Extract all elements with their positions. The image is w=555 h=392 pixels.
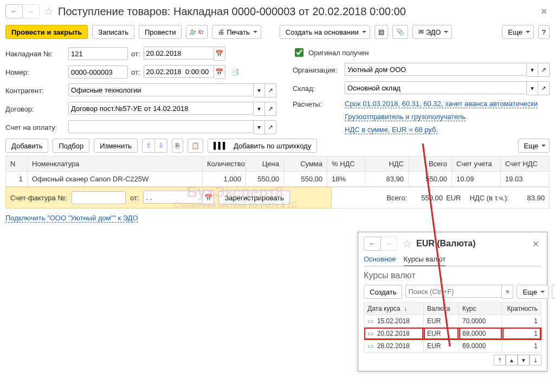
contract-open[interactable]: ↗: [265, 102, 276, 116]
grid-move-up-button[interactable]: ⇧: [142, 139, 155, 153]
rates-col-cur[interactable]: Валюта: [424, 303, 459, 315]
contract-input[interactable]: [68, 102, 254, 115]
sf-calendar-button[interactable]: 📅: [203, 191, 214, 205]
x-icon: ×: [506, 289, 509, 295]
rates-row[interactable]: ▭ 15.02.2018EUR70,00001: [364, 315, 541, 328]
post-and-close-button[interactable]: Провести и закрыть: [5, 25, 88, 39]
col-qty[interactable]: Количество: [203, 156, 246, 172]
col-n[interactable]: N: [6, 156, 28, 172]
grid-add-button[interactable]: Добавить: [5, 139, 48, 153]
paste-icon: 📋: [191, 142, 199, 149]
popup-nav-forward[interactable]: →: [381, 237, 398, 251]
col-acct[interactable]: Счет учета: [452, 156, 501, 172]
grid-add-by-barcode-button[interactable]: ▌▌▌ Добавить по штрихкоду: [208, 139, 317, 153]
rates-col-date[interactable]: Дата курса ↓: [364, 303, 424, 315]
save-button[interactable]: Записать: [92, 25, 134, 39]
page-last[interactable]: ⤓: [530, 355, 541, 365]
counterparty-open[interactable]: ↗: [265, 83, 276, 97]
col-vatpct[interactable]: % НДС: [327, 156, 365, 172]
sf-number-input[interactable]: [72, 191, 126, 204]
register-sf-button[interactable]: Зарегистрировать: [218, 191, 289, 205]
col-item[interactable]: Номенклатура: [28, 156, 203, 172]
page-down[interactable]: ▼: [518, 355, 530, 365]
post-button[interactable]: Провести: [139, 25, 182, 39]
more-button[interactable]: Еще: [502, 25, 533, 39]
counterparty-dropdown[interactable]: ▾: [254, 83, 265, 97]
open-icon: ↗: [541, 85, 546, 92]
col-sum[interactable]: Сумма: [284, 156, 327, 172]
warehouse-label: Склад:: [293, 84, 341, 93]
col-total[interactable]: Всего: [409, 156, 452, 172]
organization-dropdown[interactable]: ▾: [527, 63, 538, 77]
popup-favorite-icon[interactable]: ☆: [402, 237, 412, 250]
help-button[interactable]: ?: [538, 25, 550, 39]
edo-button[interactable]: ✉ЭДО: [412, 25, 453, 39]
popup-more-button[interactable]: Еще: [517, 285, 548, 299]
items-grid: N Номенклатура Количество Цена Сумма % Н…: [5, 156, 550, 187]
page-up[interactable]: ▲: [506, 355, 518, 365]
grid-copy-button[interactable]: ⎘: [172, 139, 183, 153]
connect-edo-link[interactable]: Подключить "ООО "Уютный дом"" к ЭДО: [5, 214, 138, 223]
grid-change-button[interactable]: Изменить: [94, 139, 138, 153]
counterparty-label: Контрагент:: [5, 87, 65, 95]
contract-dropdown[interactable]: ▾: [254, 102, 265, 116]
register-icon-button[interactable]: ▤: [375, 25, 388, 39]
calendar-button-2[interactable]: 📅: [214, 65, 225, 79]
calendar-icon: 📅: [215, 69, 223, 75]
popup-tab-main[interactable]: Основное: [364, 253, 396, 266]
print-button[interactable]: 🖨Печать: [212, 25, 261, 39]
number-label: Номер:: [5, 68, 65, 76]
popup-create-button[interactable]: Создать: [364, 285, 402, 299]
counterparty-input[interactable]: [68, 83, 254, 96]
invoice-date-input[interactable]: [144, 47, 214, 60]
settlements-label: Расчеты:: [293, 100, 341, 108]
nav-back-button[interactable]: ←: [5, 4, 23, 18]
original-received-checkbox[interactable]: [295, 48, 304, 57]
warehouse-dropdown[interactable]: ▾: [527, 81, 538, 95]
number-date-input[interactable]: [144, 65, 214, 78]
rates-col-rate[interactable]: Курс: [459, 303, 502, 315]
col-vat[interactable]: НДС: [365, 156, 409, 172]
grid-move-down-button[interactable]: ⇩: [155, 139, 167, 153]
organization-open[interactable]: ↗: [538, 63, 550, 77]
popup-search-input[interactable]: [405, 285, 502, 298]
sf-date-input[interactable]: [143, 191, 203, 204]
nav-forward-button[interactable]: →: [23, 4, 40, 18]
grid-paste-button[interactable]: 📋: [188, 139, 203, 153]
popup-search-clear[interactable]: ×: [502, 285, 513, 299]
rates-row[interactable]: ▭ 20.02.2018EUR68,00001: [364, 328, 541, 340]
popup-close-icon[interactable]: ✕: [530, 239, 541, 249]
shipper-link[interactable]: Грузоотправитель и грузополучатель: [345, 113, 466, 121]
grid-select-button[interactable]: Подбор: [53, 139, 89, 153]
payment-account-input[interactable]: [68, 120, 254, 133]
attachment-button[interactable]: 📎: [392, 25, 408, 39]
popup-nav-back[interactable]: ←: [364, 237, 381, 251]
close-icon[interactable]: ✕: [538, 6, 550, 17]
organization-input[interactable]: [345, 63, 527, 76]
col-price[interactable]: Цена: [246, 156, 284, 172]
payment-account-dropdown[interactable]: ▾: [254, 120, 265, 134]
col-vatacct[interactable]: Счет НДС: [501, 156, 550, 172]
invoice-no-input[interactable]: [68, 47, 128, 60]
arrow-down-icon: ⇩: [158, 142, 164, 149]
page-first[interactable]: ⤒: [494, 355, 506, 365]
popup-tab-rates[interactable]: Курсы валют: [404, 253, 446, 266]
vat-link[interactable]: НДС в сумме, EUR = 68 руб.: [345, 126, 438, 134]
printer-icon: 🖨: [218, 29, 224, 35]
settlements-link[interactable]: Срок 01.03.2018, 60.31, 60.32, зачет ава…: [345, 100, 538, 108]
payment-account-open[interactable]: ↗: [265, 120, 276, 134]
number-input[interactable]: [68, 66, 128, 79]
from-label-1: от:: [131, 50, 140, 58]
grid-more-button[interactable]: Еще: [518, 139, 550, 153]
table-row[interactable]: 1 Офисный сканер Canon DR-C225W 1,000 55…: [6, 172, 550, 187]
rates-col-mul[interactable]: Кратность: [502, 303, 541, 315]
dt-kt-button[interactable]: ДтКт: [186, 25, 208, 39]
favorite-star-icon[interactable]: ☆: [44, 5, 54, 18]
warehouse-input[interactable]: [345, 81, 527, 94]
popup-help-button[interactable]: ?: [552, 285, 555, 299]
create-based-on-button[interactable]: Создать на основании: [280, 25, 370, 39]
rates-row[interactable]: ▭ 28.02.2018EUR69,00001: [364, 340, 541, 352]
warehouse-open[interactable]: ↗: [538, 81, 550, 95]
rates-grid: Дата курса ↓ Валюта Курс Кратность ▭ 15.…: [364, 302, 541, 352]
calendar-button-1[interactable]: 📅: [214, 47, 225, 61]
